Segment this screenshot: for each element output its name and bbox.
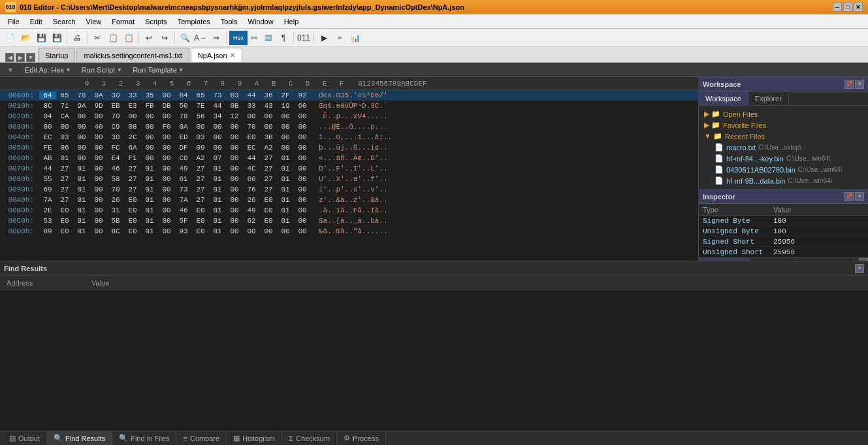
hex-byte[interactable]: 00 <box>73 123 90 131</box>
hex-byte[interactable]: 2F <box>277 91 294 99</box>
paste-button[interactable]: 📋 <box>121 31 136 45</box>
hex-byte[interactable]: 00 <box>141 144 158 152</box>
hex-byte[interactable]: 93 <box>175 227 192 235</box>
hex-byte[interactable]: 4C <box>243 165 260 173</box>
hex-byte[interactable]: 00 <box>158 154 175 162</box>
ws-file-3[interactable]: 📄 hf-mf-9B...data.bin C:\Use...win64\ <box>701 175 865 186</box>
hex-byte[interactable]: 40 <box>90 123 107 131</box>
hex-byte[interactable]: 00 <box>56 123 73 131</box>
hex-byte[interactable]: 3B <box>260 133 277 141</box>
hex-byte[interactable]: E0 <box>243 133 260 141</box>
jump-btn[interactable]: 011 <box>297 31 311 45</box>
hex-byte[interactable]: 35 <box>141 91 158 99</box>
hex-byte[interactable]: 00 <box>90 154 107 162</box>
hex-byte[interactable]: 01 <box>141 165 158 173</box>
hex-byte[interactable]: 00 <box>124 112 141 120</box>
hex-byte[interactable]: 92 <box>294 91 311 99</box>
hex-byte[interactable]: 01 <box>277 196 294 204</box>
hex-row[interactable]: 0020h:04CA0800700000007856341200000000.Ê… <box>0 111 698 122</box>
hex-byte[interactable]: E0 <box>124 227 141 235</box>
bin-btn[interactable]: 🔤 <box>261 31 275 45</box>
hex-byte[interactable]: 27 <box>192 165 209 173</box>
hex-byte[interactable]: C9 <box>107 123 124 131</box>
hex-byte[interactable]: 03 <box>192 133 209 141</box>
hex-byte[interactable]: 00 <box>158 133 175 141</box>
hex-byte[interactable]: 00 <box>226 206 243 214</box>
hex-byte[interactable]: 01 <box>56 154 73 162</box>
hex-byte[interactable]: 27 <box>192 175 209 183</box>
hex-content[interactable]: 0000h:6465780A30333500B46573B344362F92de… <box>0 90 698 261</box>
hex-byte[interactable]: 00 <box>209 144 226 152</box>
hex-byte[interactable]: 01 <box>141 206 158 214</box>
tab-malicius[interactable]: malicius.settingcontent-ms1.txt <box>76 48 189 62</box>
hex-byte[interactable]: 01 <box>209 227 226 235</box>
hex-byte[interactable]: 34 <box>209 112 226 120</box>
hex-btn[interactable]: Hex <box>229 31 248 45</box>
hex-byte[interactable]: 65 <box>56 91 73 99</box>
hex-byte[interactable]: 70 <box>107 112 124 120</box>
hex-byte[interactable]: 27 <box>56 165 73 173</box>
dec-btn[interactable]: ≡≡ <box>249 31 259 45</box>
hex-byte[interactable]: 33 <box>124 91 141 99</box>
hex-byte[interactable]: FC <box>107 144 124 152</box>
hex-byte[interactable]: 00 <box>141 133 158 141</box>
hex-byte[interactable]: 61 <box>175 175 192 183</box>
btm-tab-output[interactable]: ▤Output <box>3 431 47 446</box>
hex-byte[interactable]: 01 <box>277 217 294 225</box>
hex-byte[interactable]: 00 <box>294 196 311 204</box>
hex-row[interactable]: 00A0h:7A27010026E001007A27010026E00100z'… <box>0 195 698 205</box>
hex-row[interactable]: 0080h:55270100582701006127010066270100U'… <box>0 174 698 184</box>
hex-byte[interactable]: EC <box>243 144 260 152</box>
copy-button[interactable]: 📋 <box>106 31 120 45</box>
hex-byte[interactable]: 00 <box>73 154 90 162</box>
hex-byte[interactable]: 8C <box>39 102 56 110</box>
menu-item-file[interactable]: File <box>3 16 25 27</box>
hex-byte[interactable]: C0 <box>175 154 192 162</box>
hex-byte[interactable]: E3 <box>124 102 141 110</box>
hex-byte[interactable]: 00 <box>277 227 294 235</box>
hex-byte[interactable]: 27 <box>260 186 277 193</box>
workspace-pin-btn[interactable]: 📌 <box>844 80 854 89</box>
run-script-item[interactable]: Run Script ▼ <box>79 65 125 74</box>
hex-byte[interactable]: 27 <box>260 175 277 183</box>
redo-button[interactable]: ↪ <box>157 31 172 45</box>
hex-row[interactable]: 0070h:4427010046270100492701004C270100D'… <box>0 163 698 174</box>
hex-byte[interactable]: 73 <box>209 91 226 99</box>
hex-byte[interactable]: 76 <box>243 186 260 193</box>
hex-byte[interactable]: 00 <box>90 175 107 183</box>
ws-open-files[interactable]: ▶ 📁 Open Files <box>701 108 865 120</box>
hex-byte[interactable]: 01 <box>73 227 90 235</box>
hex-byte[interactable]: E0 <box>260 206 277 214</box>
hex-byte[interactable]: 89 <box>39 227 56 235</box>
cut-button[interactable]: ✂ <box>90 31 104 45</box>
btm-tab-find-in-files[interactable]: 🔍Find in Files <box>112 431 176 446</box>
hex-byte[interactable]: 26 <box>243 196 260 204</box>
save-button[interactable]: 💾 <box>34 31 48 45</box>
hex-byte[interactable]: 00 <box>90 206 107 214</box>
btm-tab-compare[interactable]: ≡Compare <box>176 431 227 446</box>
hex-byte[interactable]: 00 <box>90 144 107 152</box>
hex-byte[interactable]: 00 <box>158 91 175 99</box>
hex-byte[interactable]: 27 <box>56 175 73 183</box>
hex-byte[interactable]: DB <box>158 102 175 110</box>
hex-byte[interactable]: B4 <box>175 91 192 99</box>
hex-byte[interactable]: 00 <box>158 206 175 214</box>
hex-byte[interactable]: 12 <box>226 112 243 120</box>
hex-byte[interactable]: 01 <box>277 165 294 173</box>
hex-byte[interactable]: 66 <box>243 175 260 183</box>
hex-byte[interactable]: F1 <box>124 154 141 162</box>
hex-byte[interactable]: 00 <box>158 186 175 193</box>
hex-byte[interactable]: E0 <box>56 206 73 214</box>
hex-byte[interactable]: 00 <box>277 144 294 152</box>
hex-byte[interactable]: 00 <box>294 123 311 131</box>
workspace-close-btn[interactable]: ✕ <box>855 80 864 89</box>
hex-byte[interactable]: 49 <box>243 206 260 214</box>
hex-byte[interactable]: B3 <box>226 91 243 99</box>
hex-byte[interactable]: 01 <box>73 196 90 204</box>
hex-byte[interactable]: 30 <box>107 91 124 99</box>
hex-byte[interactable]: AB <box>39 154 56 162</box>
hex-byte[interactable]: 01 <box>73 186 90 193</box>
hex-byte[interactable]: 00 <box>226 196 243 204</box>
hex-byte[interactable]: 08 <box>124 123 141 131</box>
hex-byte[interactable]: 44 <box>39 165 56 173</box>
